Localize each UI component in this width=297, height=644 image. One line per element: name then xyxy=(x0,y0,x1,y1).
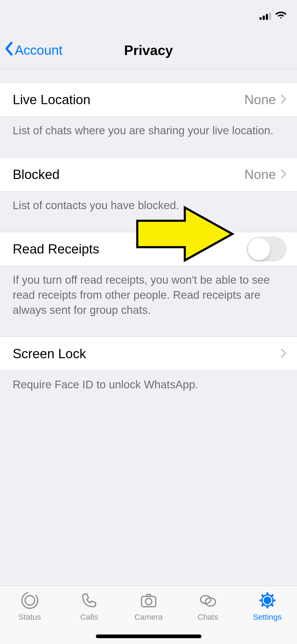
tab-label: Chats xyxy=(197,613,218,622)
toggle-knob xyxy=(248,238,270,260)
row-value: None xyxy=(244,92,276,107)
row-label: Live Location xyxy=(13,92,244,107)
tab-label: Camera xyxy=(134,613,163,622)
svg-point-7 xyxy=(264,597,271,604)
row-blocked[interactable]: Blocked None xyxy=(0,157,297,192)
status-icon xyxy=(20,590,39,610)
gear-icon xyxy=(258,590,277,610)
row-screen-lock[interactable]: Screen Lock xyxy=(0,337,297,371)
tab-settings[interactable]: Settings xyxy=(238,590,297,644)
status-bar xyxy=(0,0,297,32)
back-button[interactable]: Account xyxy=(5,42,63,59)
wifi-icon xyxy=(275,10,286,22)
row-label: Blocked xyxy=(13,167,244,182)
row-value: None xyxy=(244,167,276,182)
back-label: Account xyxy=(15,43,63,58)
row-live-location[interactable]: Live Location None xyxy=(0,82,297,117)
tab-label: Settings xyxy=(253,613,281,622)
chevron-right-icon xyxy=(281,169,286,180)
chevron-right-icon xyxy=(281,348,286,359)
footer-screen-lock: Require Face ID to unlock WhatsApp. xyxy=(0,371,297,392)
phone-icon xyxy=(80,590,99,610)
read-receipts-toggle[interactable] xyxy=(247,237,286,261)
chevron-right-icon xyxy=(281,94,286,105)
svg-point-1 xyxy=(25,596,35,605)
svg-marker-0 xyxy=(137,208,232,260)
footer-read-receipts: If you turn off read receipts, you won't… xyxy=(0,266,297,318)
row-label: Screen Lock xyxy=(13,346,281,361)
svg-point-4 xyxy=(145,599,152,605)
cellular-signal-icon xyxy=(260,12,271,20)
chevron-left-icon xyxy=(5,42,13,59)
tab-label: Calls xyxy=(80,613,98,622)
page-title: Privacy xyxy=(124,42,173,58)
footer-live-location: List of chats where you are sharing your… xyxy=(0,117,297,138)
tab-label: Status xyxy=(18,613,41,622)
tab-status[interactable]: Status xyxy=(0,590,59,644)
chats-icon xyxy=(199,590,218,610)
annotation-arrow-icon xyxy=(135,205,235,264)
camera-icon xyxy=(139,590,158,610)
svg-point-2 xyxy=(22,592,38,608)
navigation-bar: Account Privacy xyxy=(0,32,297,69)
home-indicator[interactable] xyxy=(96,634,201,638)
